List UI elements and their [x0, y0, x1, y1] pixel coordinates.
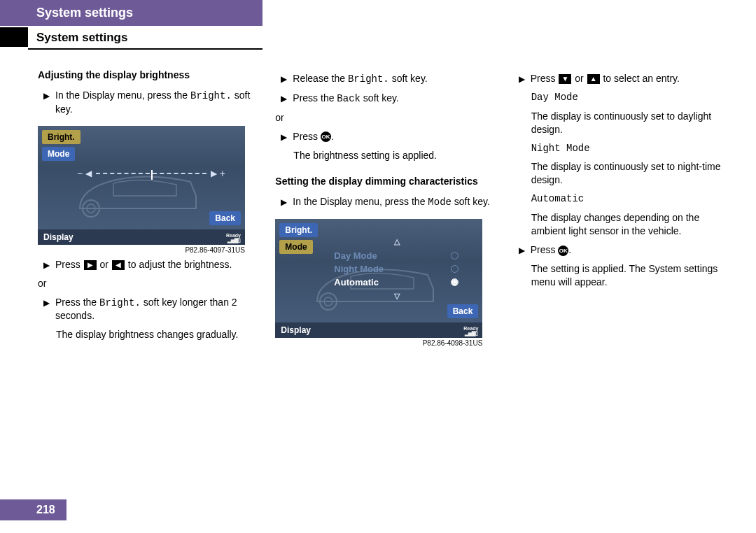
bullet-arrow-icon: ▶: [281, 130, 287, 143]
radio-unselected-icon: [451, 252, 458, 260]
softkey-bright[interactable]: Bright.: [42, 130, 80, 144]
softkey-bright: Bright.: [190, 90, 232, 101]
step-text: Release the Bright. soft key.: [293, 72, 490, 86]
plus-label: +: [220, 168, 225, 179]
bullet-arrow-icon: ▶: [281, 195, 287, 209]
status-right: Ready ▂▅▇▯: [463, 326, 478, 336]
bullet-arrow-icon: ▶: [43, 89, 50, 116]
scroll-down-icon[interactable]: ▽: [332, 292, 461, 301]
left-button-icon: ◀: [112, 260, 125, 270]
step-text: In the Display menu, press the Mode soft…: [293, 195, 490, 209]
triangle-right-icon: ▶: [211, 169, 217, 178]
bullet-arrow-icon: ▶: [519, 243, 525, 257]
step-press-back: ▶ Press the Back soft key.: [275, 92, 490, 106]
step-press-ok: ▶ Press OK.: [513, 243, 728, 257]
signal-icon: ▂▅▇▯: [227, 238, 241, 243]
scroll-up-icon[interactable]: △: [332, 237, 461, 246]
figure-mode-screen: Bright. Mode △ Day Mode Night Mode Autom…: [275, 219, 482, 347]
bullet-arrow-icon: ▶: [281, 72, 287, 86]
text: soft key.: [389, 73, 428, 84]
ready-label: Ready: [463, 326, 478, 331]
step-text: Press ▶ or ◀ to adjust the brightness.: [55, 258, 253, 271]
text: soft key.: [360, 92, 399, 104]
step-press-ok: ▶ Press OK.: [275, 130, 490, 143]
mode-desc-day: The display is continuously set to dayli…: [531, 110, 728, 136]
down-button-icon: ▼: [559, 74, 571, 84]
page-body: Adjusting the display brightness ▶ In th…: [0, 50, 756, 455]
softkey-mode[interactable]: Mode: [279, 240, 312, 254]
text: Release the: [293, 73, 348, 84]
text: soft key.: [451, 196, 490, 207]
result-text: The setting is applied. The System setti…: [531, 262, 728, 289]
signal-icon: ▂▅▇▯: [465, 331, 478, 336]
text: In the Display menu, press the: [55, 90, 190, 101]
section-title: System settings: [28, 27, 262, 50]
text: Press: [55, 259, 83, 270]
chapter-tab: System settings: [0, 0, 262, 26]
step-longpress-bright: ▶ Press the Bright. soft key longer than…: [38, 296, 253, 323]
step-press-mode: ▶ In the Display menu, press the Mode so…: [275, 195, 490, 209]
status-right: Ready ▂▅▇▯: [226, 233, 241, 243]
option-label: Automatic: [334, 277, 379, 287]
radio-selected-icon: [451, 278, 458, 286]
menu-option-automatic[interactable]: Automatic: [332, 276, 461, 289]
slider-track-line: [96, 173, 206, 174]
device-screen: Bright. Mode − ◀ ▶ + Back Display Ready …: [38, 126, 245, 245]
ok-button-icon: OK: [321, 132, 331, 142]
softkey-bright[interactable]: Bright.: [279, 223, 318, 237]
minus-label: −: [77, 168, 83, 179]
mode-desc-night: The display is continuously set to night…: [531, 160, 728, 187]
brightness-slider[interactable]: − ◀ ▶ +: [77, 168, 225, 179]
result-text: The brightness setting is applied.: [293, 149, 490, 162]
mode-menu: △ Day Mode Night Mode Automatic ▽: [332, 234, 461, 304]
right-button-icon: ▶: [84, 260, 97, 270]
step-text: Press OK.: [531, 243, 728, 257]
step-text: Press the Bright. soft key longer than 2…: [55, 296, 253, 323]
device-screen: Bright. Mode △ Day Mode Night Mode Autom…: [275, 219, 482, 338]
mode-name-day: Day Mode: [531, 91, 728, 104]
or-separator: or: [38, 277, 253, 290]
figure-caption: P82.86-4098-31US: [275, 339, 482, 347]
ok-button-icon: OK: [558, 246, 568, 256]
softkey-back[interactable]: Back: [209, 211, 241, 225]
option-label: Night Mode: [334, 264, 384, 274]
page-footer: 218: [0, 499, 66, 520]
text: to adjust the brightness.: [125, 259, 232, 270]
bullet-arrow-icon: ▶: [519, 72, 525, 85]
menu-option-night[interactable]: Night Mode: [332, 262, 461, 276]
step-press-arrows: ▶ Press ▶ or ◀ to adjust the brightness.: [38, 258, 253, 271]
triangle-left-icon: ◀: [85, 169, 92, 178]
text: .: [568, 244, 571, 255]
status-title: Display: [43, 232, 74, 242]
softkey-mode: Mode: [428, 197, 451, 208]
text: or: [97, 259, 111, 270]
or-separator: or: [275, 111, 490, 125]
figure-caption: P82.86-4097-31US: [38, 246, 245, 254]
column-1: Adjusting the display brightness ▶ In th…: [38, 69, 253, 455]
status-title: Display: [281, 325, 311, 335]
text: Press the: [293, 92, 337, 104]
ready-label: Ready: [226, 233, 241, 238]
softkey-back: Back: [337, 93, 360, 104]
softkey-mode[interactable]: Mode: [42, 147, 75, 161]
section-header: System settings: [0, 27, 756, 50]
text: Press: [531, 73, 559, 84]
text: Press the: [55, 297, 99, 308]
page-number: 218: [0, 499, 66, 520]
up-button-icon: ▲: [587, 74, 600, 84]
mode-name-night: Night Mode: [531, 142, 728, 155]
option-label: Day Mode: [334, 250, 377, 261]
step-release-bright: ▶ Release the Bright. soft key.: [275, 72, 490, 86]
softkey-bright: Bright.: [348, 73, 389, 85]
text: In the Display menu, press the: [293, 196, 428, 207]
column-2: ▶ Release the Bright. soft key. ▶ Press …: [275, 69, 490, 455]
step-text: In the Display menu, press the Bright. s…: [55, 89, 253, 116]
mode-name-automatic: Automatic: [531, 192, 728, 206]
heading-adjust-brightness: Adjusting the display brightness: [38, 69, 253, 80]
svg-point-3: [324, 297, 332, 306]
menu-option-day[interactable]: Day Mode: [332, 249, 461, 262]
step-text: Press ▼ or ▲ to select an entry.: [531, 72, 728, 85]
text: .: [331, 131, 334, 142]
softkey-back[interactable]: Back: [447, 304, 479, 318]
svg-point-1: [87, 204, 95, 213]
